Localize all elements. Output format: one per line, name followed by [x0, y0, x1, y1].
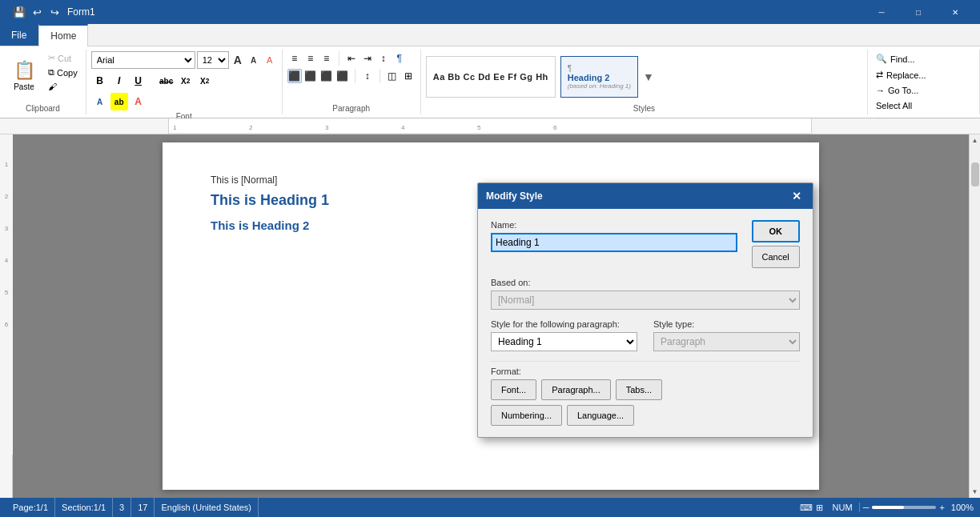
styles-expand-btn[interactable]: ▼ — [643, 70, 654, 83]
font-color-btn[interactable]: A — [130, 93, 147, 110]
ok-button[interactable]: OK — [752, 220, 801, 242]
app-container: 💾 ↩ ↪ Form1 ─ □ ✕ File Home 📋 Paste — [0, 0, 980, 517]
scroll-up-arrow[interactable]: ▲ — [970, 134, 980, 146]
bold-btn[interactable]: B — [91, 72, 109, 90]
minimize-btn[interactable]: ─ — [863, 0, 900, 24]
titlebar: 💾 ↩ ↪ Form1 ─ □ ✕ — [0, 0, 980, 24]
maximize-btn[interactable]: □ — [900, 0, 937, 24]
align-right-btn[interactable]: ⬛ — [319, 69, 334, 83]
heading-style-preview[interactable]: Aa Bb Cc Dd Ee Ff Gg Hh — [426, 56, 556, 98]
svg-text:1: 1 — [5, 161, 9, 168]
ribbon-tabs: File Home — [0, 24, 980, 46]
font-shrink-btn[interactable]: A — [247, 53, 261, 67]
close-btn[interactable]: ✕ — [937, 0, 974, 24]
char-count: 17 — [131, 498, 155, 517]
language-btn[interactable]: Language... — [567, 405, 634, 426]
dialog-name-row: Name: OK Cancel — [491, 220, 800, 268]
font-btn[interactable]: Font... — [491, 379, 536, 400]
align-center-btn[interactable]: ⬛ — [303, 69, 318, 83]
format-label: Format: — [491, 367, 800, 376]
redo-qat-btn[interactable]: ↪ — [46, 4, 62, 20]
underline-btn[interactable]: U — [130, 72, 147, 90]
scroll-down-arrow[interactable]: ▼ — [970, 486, 980, 498]
goto-button[interactable]: → Go To... — [873, 83, 922, 98]
replace-label: Replace... — [886, 70, 926, 80]
num-status: NUM — [826, 503, 860, 512]
name-input[interactable] — [491, 233, 737, 252]
decrease-indent-btn[interactable]: ⇤ — [344, 51, 359, 66]
based-on-select[interactable]: [Normal] — [491, 291, 800, 310]
dialog-close-btn[interactable]: ✕ — [789, 188, 805, 204]
section-info: Section: 1/1 — [55, 498, 113, 517]
ruler-inner: 1 2 3 4 5 6 — [168, 118, 812, 134]
pilcrow-btn[interactable]: ¶ — [392, 51, 407, 66]
align-left-btn[interactable]: ⬛ — [287, 69, 302, 83]
based-on-field: Based on: [Normal] — [491, 278, 800, 310]
select-all-label: Select All — [876, 101, 912, 110]
border-btn[interactable]: ⊞ — [401, 69, 416, 83]
bullets-btn[interactable]: ≡ — [287, 51, 302, 66]
heading2-style-box[interactable]: ¶ Heading 2 (based on: Heading 1) — [560, 56, 638, 98]
superscript-btn[interactable]: X2 — [196, 72, 214, 90]
tabs-btn[interactable]: Tabs... — [616, 379, 662, 400]
goto-icon: → — [876, 86, 885, 95]
numbering-btn[interactable]: ≡ — [303, 51, 318, 66]
vertical-scrollbar[interactable]: ▲ ▼ — [969, 134, 980, 498]
svg-text:3: 3 — [5, 225, 9, 232]
numbering-btn[interactable]: Numbering... — [491, 405, 562, 426]
undo-qat-btn[interactable]: ↩ — [29, 4, 45, 20]
scrollbar-thumb[interactable] — [971, 162, 979, 186]
svg-text:2: 2 — [249, 124, 253, 131]
language-status: English (United States) — [155, 498, 259, 517]
section-label: Section: — [62, 503, 94, 512]
format-painter-button[interactable]: 🖌 — [45, 80, 81, 93]
style-type-select[interactable]: Paragraph — [653, 332, 800, 351]
content-area: 1 2 3 4 5 6 This is [Normal] This is Hea… — [0, 134, 980, 498]
ruler: 1 2 3 4 5 6 — [0, 118, 980, 134]
tab-file[interactable]: File — [0, 24, 38, 46]
font-name-select[interactable]: Arial — [91, 51, 195, 69]
num-text: NUM — [833, 503, 853, 512]
italic-btn[interactable]: I — [110, 72, 128, 90]
find-button[interactable]: 🔍 Find... — [873, 51, 918, 66]
statusbar: Page: 1/1 Section: 1/1 3 17 English (Uni… — [0, 498, 980, 517]
cancel-button[interactable]: Cancel — [752, 246, 801, 268]
paragraph-btn[interactable]: Paragraph... — [541, 379, 611, 400]
tab-home[interactable]: Home — [38, 24, 88, 46]
justify-btn[interactable]: ⬛ — [335, 69, 350, 83]
cut-button[interactable]: ✂ Cut — [45, 51, 81, 65]
highlight-btn[interactable]: ab — [110, 93, 128, 110]
dialog-title: Modify Style — [486, 190, 543, 202]
clear-format-btn[interactable]: A — [263, 53, 277, 67]
name-label: Name: — [491, 220, 737, 230]
zoom-slider[interactable] — [872, 506, 936, 509]
keyboard-mode-icon: ⌨ — [800, 503, 813, 513]
text-effects-btn[interactable]: A — [91, 93, 109, 110]
subscript-btn[interactable]: X2 — [177, 72, 195, 90]
style-para-label: Style for the following paragraph: — [491, 319, 637, 329]
zoom-in-icon[interactable]: + — [939, 503, 944, 512]
ribbon: 📋 Paste ✂ Cut ⧉ Copy 🖌 — [0, 46, 980, 118]
qat: 💾 ↩ ↪ — [11, 4, 62, 20]
save-qat-btn[interactable]: 💾 — [11, 4, 27, 20]
paste-button[interactable]: 📋 Paste — [5, 51, 43, 99]
sort-btn[interactable]: ↕ — [376, 51, 391, 66]
line-spacing-btn[interactable]: ↕ — [360, 69, 375, 83]
increase-indent-btn[interactable]: ⇥ — [360, 51, 375, 66]
char-count-num: 17 — [138, 503, 147, 512]
modify-style-dialog: Modify Style ✕ Name: OK Cancel — [477, 182, 813, 438]
svg-text:5: 5 — [5, 289, 9, 296]
multilevel-btn[interactable]: ≡ — [319, 51, 334, 66]
shading-btn[interactable]: ◫ — [385, 69, 400, 83]
strikethrough-btn[interactable]: abc — [158, 72, 175, 90]
dialog-ok-cancel-btns: OK Cancel — [752, 220, 801, 268]
font-group: Arial 12 A A A B I U abc X2 X2 — [86, 50, 283, 114]
select-all-button[interactable]: Select All — [873, 98, 915, 113]
replace-button[interactable]: ⇄ Replace... — [873, 67, 930, 82]
font-size-select[interactable]: 12 — [197, 51, 229, 69]
font-grow-btn[interactable]: A — [231, 53, 245, 67]
style-para-select[interactable]: Heading 1 — [491, 332, 637, 351]
copy-button[interactable]: ⧉ Copy — [45, 66, 81, 79]
svg-text:4: 4 — [401, 124, 405, 131]
zoom-out-icon[interactable]: ─ — [863, 503, 870, 512]
